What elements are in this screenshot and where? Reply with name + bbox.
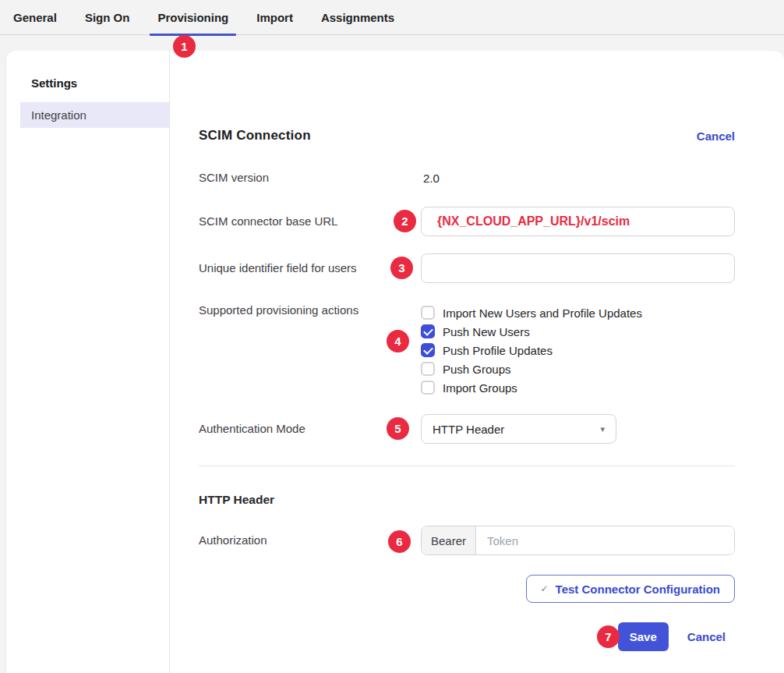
checkbox-push-new-users[interactable] (421, 324, 435, 338)
test-button-label: Test Connector Configuration (556, 583, 720, 596)
checkbox-label: Push New Users (443, 325, 530, 338)
authorization-label: Authorization (199, 526, 421, 547)
scim-version-label: SCIM version (199, 171, 421, 185)
provisioning-actions-label: Supported provisioning actions (199, 303, 421, 317)
annotation-badge-6: 6 (388, 530, 411, 553)
annotation-badge-1: 1 (173, 35, 196, 58)
checkbox-row-push-new-users[interactable]: Push New Users (421, 322, 735, 341)
annotation-badge-4: 4 (387, 330, 409, 352)
base-url-input[interactable] (421, 207, 735, 236)
checkbox-import-new-users[interactable] (421, 306, 435, 320)
checkbox-label: Push Groups (443, 363, 511, 376)
annotation-badge-7: 7 (597, 625, 620, 648)
token-input[interactable] (476, 526, 734, 554)
tab-sign-on[interactable]: Sign On (85, 0, 130, 35)
settings-sidebar: Settings Integration (6, 51, 170, 673)
app-tabbar: General Sign On Provisioning Import Assi… (0, 0, 784, 35)
scim-form: SCIM Connection Cancel SCIM version 2.0 … (170, 51, 784, 673)
http-header-heading: HTTP Header (199, 493, 735, 507)
unique-identifier-input[interactable] (421, 253, 735, 283)
check-icon: ✓ (541, 583, 549, 594)
sidebar-item-integration[interactable]: Integration (20, 102, 169, 128)
annotation-badge-5: 5 (387, 417, 409, 440)
tab-assignments[interactable]: Assignments (321, 0, 394, 35)
checkbox-label: Import Groups (443, 381, 517, 395)
auth-mode-select[interactable]: HTTP Header ▾ (421, 414, 616, 444)
bearer-prefix: Bearer (422, 526, 476, 554)
section-divider (199, 466, 735, 466)
sidebar-heading: Settings (6, 76, 169, 90)
auth-mode-selected-value: HTTP Header (433, 423, 504, 436)
checkbox-row-import-groups[interactable]: Import Groups (421, 378, 735, 397)
test-connector-configuration-button[interactable]: ✓ Test Connector Configuration (526, 575, 735, 603)
checkbox-import-groups[interactable] (421, 381, 435, 395)
annotation-badge-3: 3 (390, 257, 413, 279)
content-panel: Settings Integration SCIM Connection Can… (6, 51, 784, 673)
cancel-link-top[interactable]: Cancel (697, 129, 735, 143)
page-title: SCIM Connection (199, 128, 311, 143)
tab-general[interactable]: General (13, 0, 57, 35)
unique-identifier-label: Unique identifier field for users (199, 253, 421, 275)
annotation-badge-2: 2 (394, 210, 416, 232)
scim-version-value: 2.0 (421, 172, 735, 185)
save-button[interactable]: Save (618, 622, 669, 651)
tab-import[interactable]: Import (256, 0, 293, 35)
cancel-link-bottom[interactable]: Cancel (687, 630, 726, 643)
checkbox-row-import-new-users[interactable]: Import New Users and Profile Updates (421, 303, 735, 322)
checkbox-push-groups[interactable] (421, 362, 435, 376)
chevron-down-icon: ▾ (600, 424, 605, 434)
base-url-label: SCIM connector base URL (199, 207, 421, 228)
tab-provisioning[interactable]: Provisioning (157, 0, 228, 35)
authorization-input-group: Bearer (421, 526, 735, 555)
checkbox-push-profile-updates[interactable] (421, 343, 435, 357)
checkbox-row-push-profile-updates[interactable]: Push Profile Updates (421, 341, 735, 360)
checkbox-label: Push Profile Updates (443, 344, 553, 357)
checkbox-label: Import New Users and Profile Updates (443, 306, 642, 320)
checkbox-row-push-groups[interactable]: Push Groups (421, 360, 735, 378)
